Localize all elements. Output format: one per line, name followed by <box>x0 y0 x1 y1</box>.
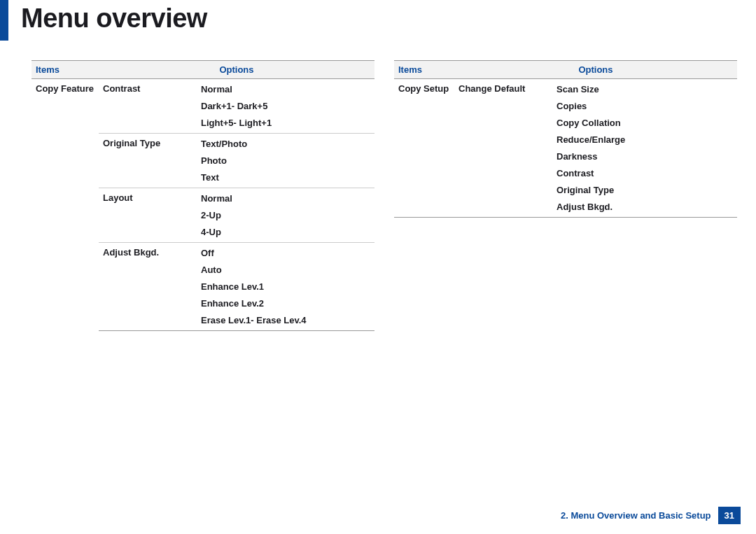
left-column: Items Options Copy Feature Contrast Norm… <box>31 60 374 331</box>
options-cell: Scan Size Copies Copy Collation Reduce/E… <box>552 79 737 218</box>
option-value: Erase Lev.1- Erase Lev.4 <box>201 314 370 326</box>
col-header-items: Items <box>394 61 454 79</box>
page-title: Menu overview <box>21 3 756 34</box>
option-value: Photo <box>201 155 370 171</box>
subitem-adjust-bkgd: Adjust Bkgd. <box>99 243 197 331</box>
copy-feature-table: Items Options Copy Feature Contrast Norm… <box>31 60 374 331</box>
page-footer: 2. Menu Overview and Basic Setup 31 <box>561 507 741 524</box>
option-value: 2-Up <box>201 209 370 226</box>
option-value: Original Type <box>556 184 733 201</box>
footer-section: 2. Menu Overview and Basic Setup <box>561 510 718 521</box>
option-value: Enhance Lev.2 <box>201 297 370 314</box>
table-row: Copy Setup Change Default Scan Size Copi… <box>394 79 737 218</box>
option-value: Off <box>201 247 370 264</box>
subitem-contrast: Contrast <box>99 79 197 134</box>
footer-page-number: 31 <box>718 507 741 524</box>
option-value: Text/Photo <box>201 138 370 155</box>
option-value: Reduce/Enlarge <box>556 134 733 150</box>
option-value: Enhance Lev.1 <box>201 281 370 297</box>
col-header-options: Options <box>99 61 374 79</box>
option-value: Scan Size <box>556 83 733 100</box>
option-value: Darkness <box>556 150 733 167</box>
options-cell: Normal 2-Up 4-Up <box>197 188 374 243</box>
content-area: Items Options Copy Feature Contrast Norm… <box>0 41 756 331</box>
item-copy-feature: Copy Feature <box>31 79 99 331</box>
item-copy-setup: Copy Setup <box>394 79 454 218</box>
option-value: Text <box>201 171 370 183</box>
option-value: Normal <box>201 192 370 209</box>
right-column: Items Options Copy Setup Change Default … <box>394 60 737 331</box>
option-value: Copy Collation <box>556 117 733 134</box>
option-value: Light+5- Light+1 <box>201 117 370 129</box>
page-header: Menu overview <box>0 0 756 41</box>
subitem-layout: Layout <box>99 188 197 243</box>
options-cell: Text/Photo Photo Text <box>197 134 374 188</box>
subitem-change-default: Change Default <box>454 79 552 218</box>
subitem-original-type: Original Type <box>99 134 197 188</box>
col-header-items: Items <box>31 61 99 79</box>
option-value: Auto <box>201 264 370 281</box>
option-value: Contrast <box>556 167 733 184</box>
option-value: 4-Up <box>201 226 370 238</box>
option-value: Copies <box>556 100 733 117</box>
options-cell: Normal Dark+1- Dark+5 Light+5- Light+1 <box>197 79 374 134</box>
option-value: Normal <box>201 83 370 100</box>
table-row: Copy Feature Contrast Normal Dark+1- Dar… <box>31 79 374 134</box>
option-value: Adjust Bkgd. <box>556 201 733 213</box>
option-value: Dark+1- Dark+5 <box>201 100 370 117</box>
copy-setup-table: Items Options Copy Setup Change Default … <box>394 60 737 218</box>
col-header-options: Options <box>454 61 737 79</box>
options-cell: Off Auto Enhance Lev.1 Enhance Lev.2 Era… <box>197 243 374 331</box>
